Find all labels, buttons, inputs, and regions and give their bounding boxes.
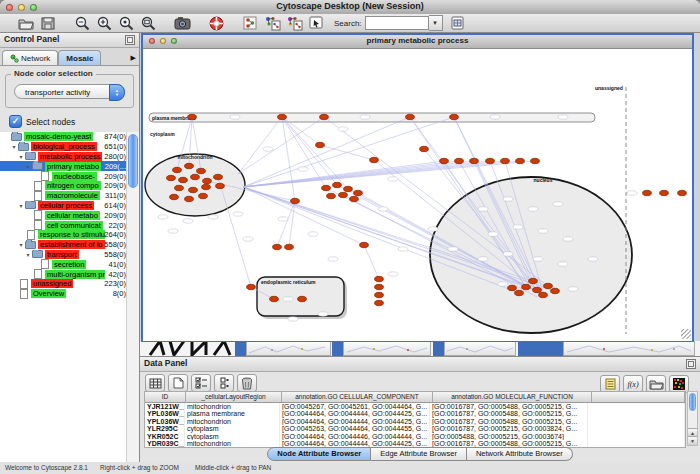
- background-window[interactable]: [563, 341, 695, 356]
- expand-arrow-icon[interactable]: ▾: [17, 241, 25, 248]
- network-node[interactable]: [270, 296, 279, 301]
- network-node[interactable]: [375, 300, 384, 305]
- table-scrollbar-thumb[interactable]: [689, 393, 696, 411]
- expand-arrow-icon[interactable]: ▾: [10, 143, 18, 150]
- network-node[interactable]: [175, 185, 184, 190]
- table-row[interactable]: YPL036W__1mitochondrion[GO:0044464, GO:0…: [145, 418, 685, 425]
- zoom-fit-button[interactable]: [138, 15, 158, 31]
- network-node[interactable]: [516, 158, 525, 163]
- tab-network-attribute-browser[interactable]: Network Attribute Browser: [467, 447, 573, 461]
- network-node[interactable]: [339, 192, 348, 197]
- network-node[interactable]: [170, 194, 179, 199]
- network-node[interactable]: [202, 184, 211, 189]
- network-node[interactable]: [360, 242, 369, 247]
- network-node[interactable]: [167, 175, 176, 180]
- network-node[interactable]: [531, 158, 540, 163]
- tree-row[interactable]: secretion41(0): [0, 259, 139, 269]
- layout-button[interactable]: [240, 15, 260, 31]
- window-resize-grip[interactable]: [681, 329, 691, 339]
- import-attributes-button[interactable]: [448, 15, 468, 31]
- expand-arrow-icon[interactable]: ▾: [17, 153, 25, 160]
- column-header[interactable]: annotation.GO MOLECULAR_FUNCTION: [433, 392, 592, 402]
- tree-row[interactable]: cellular metabo209(0): [0, 210, 139, 220]
- zoom-selected-button[interactable]: [116, 15, 136, 31]
- float-panel-icon[interactable]: [125, 35, 135, 45]
- select-attributes-button[interactable]: [191, 374, 211, 392]
- network-node[interactable]: [247, 284, 256, 289]
- tree-scrollbar-thumb[interactable]: [128, 134, 138, 188]
- network-node[interactable]: [285, 244, 294, 249]
- network-node[interactable]: [191, 174, 200, 179]
- network-node[interactable]: [501, 158, 510, 163]
- network-node[interactable]: [188, 114, 197, 119]
- tree-row[interactable]: unassigned223(0): [0, 279, 139, 289]
- network-node[interactable]: [173, 167, 182, 172]
- network-node[interactable]: [298, 296, 307, 301]
- network-node[interactable]: [278, 114, 287, 119]
- network-node[interactable]: [551, 288, 560, 293]
- column-header[interactable]: ID: [145, 392, 186, 402]
- network-node[interactable]: [327, 193, 336, 198]
- network-node[interactable]: [179, 177, 188, 182]
- zoom-out-button[interactable]: [72, 15, 92, 31]
- network-canvas[interactable]: plasma membranecytoplasmmitochondrionnuc…: [143, 49, 692, 341]
- network-node[interactable]: [344, 186, 353, 191]
- table-scrollbar[interactable]: ▲ ▼: [687, 391, 698, 446]
- background-window-corner[interactable]: [433, 341, 444, 356]
- tab-node-attribute-browser[interactable]: Node Attribute Browser: [267, 447, 371, 461]
- network-node[interactable]: [375, 292, 384, 297]
- tree-row[interactable]: ▾primary metabo209(...: [0, 161, 139, 171]
- network-node[interactable]: [455, 158, 464, 163]
- network-node[interactable]: [515, 290, 524, 295]
- network-node[interactable]: [643, 190, 652, 195]
- network-node[interactable]: [185, 196, 194, 201]
- network-node[interactable]: [420, 146, 429, 151]
- network-node[interactable]: [370, 157, 379, 162]
- expand-arrow-icon[interactable]: ▾: [24, 163, 32, 170]
- network-node[interactable]: [197, 168, 206, 173]
- network-node[interactable]: [185, 163, 194, 168]
- snapshot-button[interactable]: [172, 15, 192, 31]
- tree-row[interactable]: response to stimulu264(0): [0, 230, 139, 240]
- tab-overflow-arrow-icon[interactable]: ▶: [131, 54, 136, 62]
- tree-row[interactable]: cell communicat22(0): [0, 220, 139, 230]
- network-node[interactable]: [350, 196, 359, 201]
- network-node[interactable]: [529, 278, 538, 283]
- column-header[interactable]: _cellularLayoutRegion: [186, 392, 282, 402]
- network-node[interactable]: [539, 292, 548, 297]
- network-node[interactable]: [203, 178, 212, 183]
- background-window-corner[interactable]: [518, 341, 563, 356]
- network-node[interactable]: [450, 114, 459, 119]
- vizmapper-button[interactable]: [262, 15, 282, 31]
- attribute-table-button[interactable]: [145, 374, 165, 392]
- tree-row[interactable]: ▾metabolic process280(0): [0, 152, 139, 162]
- tree-scrollbar[interactable]: [126, 132, 139, 462]
- attribute-batch-button[interactable]: [214, 374, 234, 392]
- table-row[interactable]: YPL036W__2plasma membrane[GO:0044464, GO…: [145, 410, 685, 417]
- network-node[interactable]: [522, 284, 531, 289]
- background-window-corner[interactable]: [332, 341, 343, 356]
- network-node[interactable]: [440, 158, 449, 163]
- tab-network[interactable]: Network: [2, 50, 58, 65]
- network-node[interactable]: [678, 190, 687, 195]
- float-panel-icon[interactable]: [686, 359, 696, 369]
- tree-row[interactable]: ▾transport558(0): [0, 250, 139, 260]
- attribute-table[interactable]: ID_cellularLayoutRegionannotation.GO CEL…: [144, 391, 686, 448]
- network-node[interactable]: [533, 287, 542, 292]
- tree-row[interactable]: nucleobase-209(0): [0, 171, 139, 181]
- background-window[interactable]: [246, 341, 331, 356]
- tree-row[interactable]: ▾establishment of lo558(0): [0, 240, 139, 250]
- tree-row[interactable]: mosaic-demo-yeast874(0): [0, 132, 139, 142]
- zoom-in-button[interactable]: [94, 15, 114, 31]
- network-node[interactable]: [322, 185, 331, 190]
- expand-arrow-icon[interactable]: ▾: [24, 251, 32, 258]
- annotation-button[interactable]: [306, 15, 326, 31]
- network-node[interactable]: [214, 174, 223, 179]
- network-node[interactable]: [508, 285, 517, 290]
- network-node[interactable]: [486, 158, 495, 163]
- tree-row[interactable]: macromolecule311(0): [0, 191, 139, 201]
- tree-row[interactable]: ▾biological_process651(0): [0, 142, 139, 152]
- table-row[interactable]: YLR295Ccytoplasm[GO:0045263, GO:0044464,…: [145, 425, 685, 432]
- network-node[interactable]: [216, 183, 225, 188]
- network-node[interactable]: [406, 114, 415, 119]
